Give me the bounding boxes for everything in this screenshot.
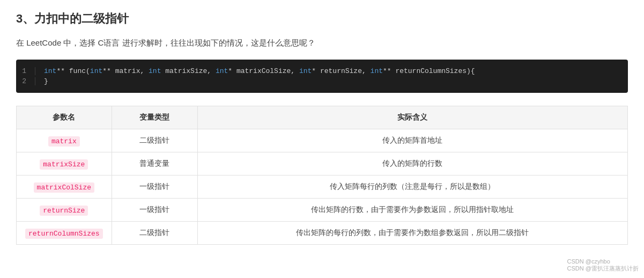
table-row: matrix二级指针传入的矩阵首地址: [17, 129, 628, 152]
cell-meaning-0: 传入的矩阵首地址: [197, 129, 627, 152]
header-type: 变量类型: [112, 106, 197, 129]
cell-meaning-4: 传出矩阵的每行的列数，由于需要作为数组参数返回，所以用二级指针: [197, 222, 627, 245]
code-line-1: 1 int** func(int** matrix, int matrixSiz…: [16, 66, 628, 76]
cell-param-1: matrixSize: [17, 152, 112, 175]
header-meaning: 实际含义: [197, 106, 627, 129]
cell-param-3: returnSize: [17, 199, 112, 222]
code-line-2: 2 }: [16, 76, 628, 86]
table-row: returnSize一级指针传出矩阵的行数，由于需要作为参数返回，所以用指针取地…: [17, 199, 628, 222]
description-text: 在 LeetCode 中，选择 C语言 进行求解时，往往出现如下的情况，这是什么…: [16, 35, 628, 50]
table-row: returnColumnSizes二级指针传出矩阵的每行的列数，由于需要作为数组…: [17, 222, 628, 245]
cell-meaning-3: 传出矩阵的行数，由于需要作为参数返回，所以用指针取地址: [197, 199, 627, 222]
line-number-2: 2: [16, 77, 35, 85]
cell-meaning-1: 传入的矩阵的行数: [197, 152, 627, 175]
cell-type-0: 二级指针: [112, 129, 197, 152]
cell-type-4: 二级指针: [112, 222, 197, 245]
table-header-row: 参数名 变量类型 实际含义: [17, 106, 628, 129]
cell-type-1: 普通变量: [112, 152, 197, 175]
cell-type-2: 一级指针: [112, 175, 197, 199]
section-title: 3、力扣中的二级指针: [16, 11, 628, 27]
line-number-1: 1: [16, 67, 35, 75]
header-param: 参数名: [17, 106, 112, 129]
param-name-badge: returnColumnSizes: [25, 229, 103, 239]
param-name-badge: matrixColSize: [34, 182, 94, 193]
cell-param-0: matrix: [17, 129, 112, 152]
param-name-badge: matrixSize: [40, 159, 88, 170]
params-table: 参数名 变量类型 实际含义 matrix二级指针传入的矩阵首地址matrixSi…: [16, 106, 628, 245]
param-name-badge: matrix: [48, 136, 80, 147]
table-row: matrixSize普通变量传入的矩阵的行数: [17, 152, 628, 175]
param-name-badge: returnSize: [40, 206, 88, 216]
cell-param-2: matrixColSize: [17, 175, 112, 199]
cell-param-4: returnColumnSizes: [17, 222, 112, 245]
cell-type-3: 一级指针: [112, 199, 197, 222]
cell-meaning-2: 传入矩阵每行的列数（注意是每行，所以是数组）: [197, 175, 627, 199]
code-content-2: }: [44, 77, 48, 85]
table-row: matrixColSize一级指针传入矩阵每行的列数（注意是每行，所以是数组）: [17, 175, 628, 199]
code-block: 1 int** func(int** matrix, int matrixSiz…: [16, 60, 628, 93]
code-content-1: int** func(int** matrix, int matrixSize,…: [44, 67, 475, 75]
